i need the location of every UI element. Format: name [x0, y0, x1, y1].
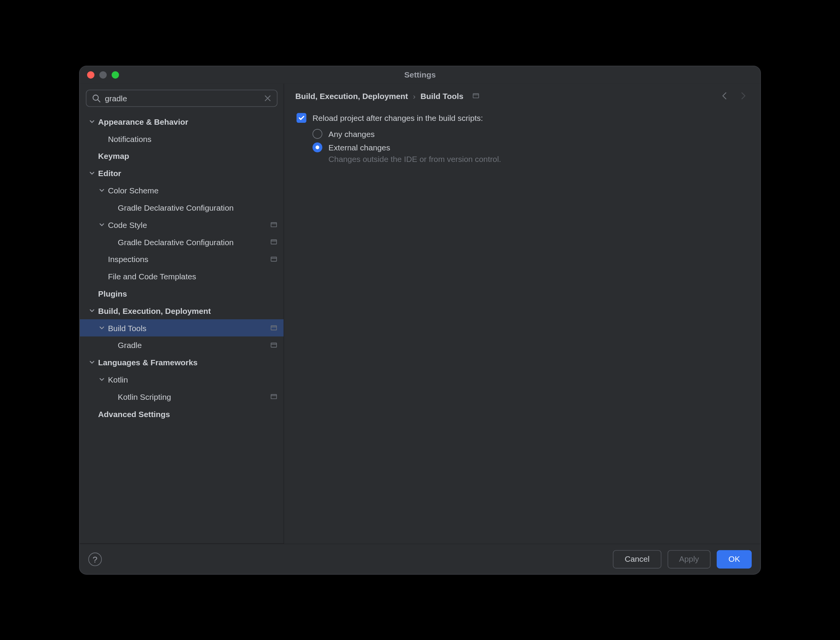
- tree-item-editor[interactable]: Editor: [80, 164, 284, 181]
- button-label: Cancel: [625, 554, 650, 563]
- minimize-window-button[interactable]: [99, 71, 107, 78]
- tree-item-gradle-declarative-2[interactable]: Gradle Declarative Configuration: [80, 233, 284, 251]
- breadcrumb-segment[interactable]: Build Tools: [420, 91, 463, 100]
- tree-item-label: Keymap: [98, 151, 278, 160]
- tree-item-label: Notifications: [108, 134, 278, 143]
- radio-external-changes[interactable]: [313, 142, 322, 152]
- radio-any-changes-row[interactable]: Any changes: [313, 129, 748, 139]
- svg-rect-16: [473, 94, 478, 98]
- tree-item-label: Gradle Declarative Configuration: [118, 203, 278, 212]
- ok-button[interactable]: OK: [717, 549, 752, 568]
- zoom-window-button[interactable]: [112, 71, 119, 78]
- tree-item-label: Color Scheme: [108, 186, 278, 195]
- svg-rect-14: [271, 394, 276, 399]
- chevron-down-icon: [98, 186, 106, 194]
- sidebar: Appearance & Behavior Notifications Keym…: [80, 83, 284, 543]
- reload-radio-group: Any changes External changes: [296, 129, 748, 152]
- project-scope-icon: [270, 238, 278, 245]
- tree-item-label: File and Code Templates: [108, 272, 278, 281]
- project-scope-icon: [472, 92, 479, 99]
- checkmark-icon: [298, 114, 305, 121]
- tree-item-plugins[interactable]: Plugins: [80, 285, 284, 302]
- titlebar: Settings: [80, 66, 761, 83]
- tree-item-label: Inspections: [108, 254, 266, 264]
- radio-label: External changes: [329, 143, 390, 152]
- project-scope-icon: [270, 255, 278, 262]
- search-icon: [91, 93, 101, 103]
- tree-item-kotlin[interactable]: Kotlin: [80, 371, 284, 388]
- project-scope-icon: [270, 393, 278, 400]
- close-window-button[interactable]: [87, 71, 94, 78]
- svg-rect-8: [271, 257, 276, 261]
- tree-item-code-style[interactable]: Code Style: [80, 216, 284, 233]
- breadcrumb-row: Build, Execution, Deployment › Build Too…: [284, 83, 760, 106]
- forward-arrow-icon[interactable]: [738, 91, 748, 101]
- reload-checkbox-label: Reload project after changes in the buil…: [313, 113, 483, 122]
- tree-item-build-tools[interactable]: Build Tools: [80, 319, 284, 336]
- apply-button[interactable]: Apply: [667, 549, 711, 568]
- window-title: Settings: [80, 70, 761, 79]
- reload-checkbox-row[interactable]: Reload project after changes in the buil…: [296, 113, 748, 123]
- tree-item-gradle-declarative-1[interactable]: Gradle Declarative Configuration: [80, 199, 284, 216]
- chevron-down-icon: [88, 169, 96, 176]
- svg-point-0: [93, 95, 98, 100]
- button-label: OK: [729, 554, 740, 563]
- chevron-down-icon: [98, 324, 106, 331]
- clear-search-icon[interactable]: [263, 94, 272, 102]
- radio-any-changes[interactable]: [313, 129, 322, 139]
- breadcrumb-separator: ›: [413, 91, 416, 100]
- breadcrumb: Build, Execution, Deployment › Build Too…: [295, 91, 479, 100]
- tree-item-label: Build Tools: [108, 323, 266, 332]
- tree-item-label: Languages & Frameworks: [98, 358, 278, 367]
- tree-item-label: Code Style: [108, 220, 266, 229]
- tree-item-label: Advanced Settings: [98, 409, 278, 418]
- reload-checkbox[interactable]: [296, 113, 306, 123]
- tree-item-languages-frameworks[interactable]: Languages & Frameworks: [80, 353, 284, 371]
- tree-item-notifications[interactable]: Notifications: [80, 130, 284, 147]
- traffic-lights: [87, 71, 119, 78]
- tree-item-inspections[interactable]: Inspections: [80, 250, 284, 267]
- tree-item-keymap[interactable]: Keymap: [80, 147, 284, 165]
- tree-item-kotlin-scripting[interactable]: Kotlin Scripting: [80, 388, 284, 405]
- tree-item-gradle[interactable]: Gradle: [80, 336, 284, 353]
- svg-rect-10: [271, 325, 276, 330]
- tree-item-appearance-behavior[interactable]: Appearance & Behavior: [80, 113, 284, 130]
- nav-arrows: [720, 91, 748, 101]
- breadcrumb-segment[interactable]: Build, Execution, Deployment: [295, 91, 408, 100]
- tree-item-file-templates[interactable]: File and Code Templates: [80, 267, 284, 285]
- tree-item-label: Gradle: [118, 340, 266, 350]
- tree-item-label: Appearance & Behavior: [98, 117, 278, 126]
- cancel-button[interactable]: Cancel: [613, 549, 661, 568]
- button-label: Apply: [679, 554, 699, 563]
- radio-label: Any changes: [329, 129, 375, 138]
- settings-window: Settings Appearance & Behavior Notificat…: [79, 66, 761, 574]
- main-panel: Build, Execution, Deployment › Build Too…: [284, 83, 760, 543]
- chevron-down-icon: [98, 376, 106, 383]
- project-scope-icon: [270, 341, 278, 348]
- tree-item-label: Editor: [98, 168, 278, 178]
- search-field-wrapper[interactable]: [86, 89, 278, 107]
- tree-item-build-execution-deployment[interactable]: Build, Execution, Deployment: [80, 302, 284, 319]
- help-button[interactable]: ?: [88, 552, 102, 566]
- radio-external-changes-row[interactable]: External changes: [313, 142, 748, 152]
- chevron-down-icon: [88, 307, 96, 314]
- settings-tree: Appearance & Behavior Notifications Keym…: [80, 112, 284, 543]
- chevron-down-icon: [88, 118, 96, 125]
- tree-item-label: Kotlin: [108, 374, 278, 384]
- tree-item-advanced-settings[interactable]: Advanced Settings: [80, 405, 284, 422]
- svg-rect-4: [271, 223, 276, 227]
- footer: ? Cancel Apply OK: [80, 543, 761, 574]
- external-changes-hint: Changes outside the IDE or from version …: [296, 155, 748, 164]
- tree-item-label: Build, Execution, Deployment: [98, 306, 278, 315]
- content: Reload project after changes in the buil…: [284, 106, 760, 543]
- back-arrow-icon[interactable]: [720, 91, 730, 101]
- chevron-down-icon: [88, 358, 96, 366]
- tree-item-label: Gradle Declarative Configuration: [118, 237, 266, 246]
- svg-rect-6: [271, 239, 276, 244]
- search-input[interactable]: [105, 94, 263, 103]
- project-scope-icon: [270, 221, 278, 228]
- tree-item-label: Plugins: [98, 289, 278, 298]
- svg-line-1: [98, 100, 100, 102]
- project-scope-icon: [270, 324, 278, 331]
- tree-item-color-scheme[interactable]: Color Scheme: [80, 181, 284, 199]
